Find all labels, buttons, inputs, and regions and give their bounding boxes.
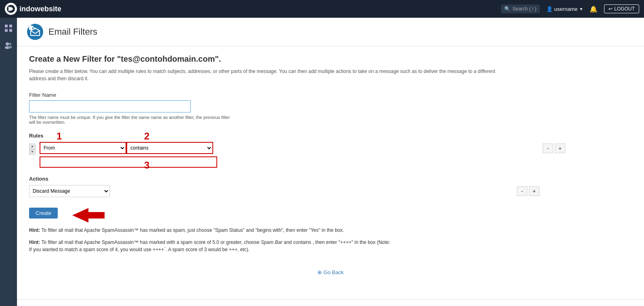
- svg-marker-15: [72, 208, 105, 223]
- go-back-link[interactable]: ⊕ Go Back: [317, 269, 344, 275]
- svg-rect-3: [5, 25, 8, 27]
- sidebar-users-icon[interactable]: [2, 39, 15, 52]
- footer: cPanel 92.0.7 Home Trademarks Privacy Po…: [17, 300, 644, 306]
- go-back-container: ⊕ Go Back: [29, 261, 632, 283]
- actions-add-remove: - +: [517, 186, 539, 196]
- logout-button[interactable]: ↩ LOGOUT: [604, 4, 639, 13]
- content-area: Create a New Filter for "tes@contohdomai…: [17, 46, 644, 291]
- hint1-prefix: Hint:: [29, 227, 40, 233]
- main-content: Email Filters Create a New Filter for "t…: [17, 18, 644, 306]
- actions-label: Actions: [29, 176, 632, 182]
- hint2: Hint: To filter all mail that Apache Spa…: [29, 239, 392, 253]
- navbar: indowebsite 🔍 Search ( / ) 👤 username ▼ …: [0, 0, 644, 18]
- username-label: username: [554, 6, 578, 12]
- rules-add-remove: - +: [543, 142, 565, 153]
- svg-point-8: [9, 43, 11, 45]
- svg-rect-5: [5, 29, 8, 32]
- rule-from-select[interactable]: From Subject To Reply Address Body Any H…: [40, 142, 126, 154]
- create-row: Create: [29, 204, 632, 227]
- filter-name-label: Filter Name: [29, 92, 632, 98]
- svg-rect-6: [9, 29, 12, 32]
- rules-fields: From Subject To Reply Address Body Any H…: [40, 142, 217, 168]
- action-remove-btn[interactable]: -: [517, 186, 527, 196]
- hint2-and: and: [284, 239, 293, 245]
- search-label: Search ( / ): [512, 6, 536, 12]
- actions-row: Discard Message Deliver to Folder Redire…: [29, 185, 632, 197]
- sidebar: [0, 18, 17, 306]
- rule-remove-btn[interactable]: -: [543, 144, 553, 153]
- rules-label: Rules: [29, 133, 632, 139]
- rules-row1: From Subject To Reply Address Body Any H…: [40, 142, 217, 154]
- hint2-text: To filter all mail that Apache SpamAssas…: [41, 239, 261, 245]
- search-bar[interactable]: 🔍 Search ( / ): [501, 4, 539, 13]
- rule-add-btn[interactable]: +: [555, 144, 565, 153]
- filter-name-section: Filter Name The filter name must be uniq…: [29, 92, 632, 125]
- search-icon: 🔍: [504, 6, 510, 12]
- chevron-down-icon: ▼: [579, 7, 583, 11]
- brand-logo: indowebsite: [5, 3, 61, 15]
- go-back-circle-icon: ⊕: [317, 269, 322, 275]
- logout-icon: ↩: [608, 6, 613, 12]
- red-arrow-annotation: [64, 206, 105, 224]
- svg-point-7: [6, 42, 9, 46]
- spinner-down[interactable]: ▼: [29, 149, 36, 155]
- spinner-up[interactable]: ▲: [29, 144, 36, 149]
- sidebar-grid-icon[interactable]: [2, 22, 15, 35]
- filter-name-input[interactable]: [29, 100, 191, 112]
- filter-name-hint: The filter name must be unique. If you g…: [29, 115, 231, 125]
- user-menu[interactable]: 👤 username ▼: [546, 6, 583, 12]
- svg-point-10: [8, 46, 12, 48]
- hint2-spambar: Spam Bar: [261, 239, 282, 245]
- brand-text: indowebsite: [19, 5, 61, 13]
- actions-select[interactable]: Discard Message Deliver to Folder Redire…: [29, 185, 110, 197]
- page-header: Email Filters: [17, 18, 644, 46]
- hint2-contains: contains: [293, 239, 311, 245]
- email-filters-icon: [27, 23, 44, 40]
- hint1: Hint: To filter all mail that Apache Spa…: [29, 227, 392, 234]
- svg-rect-4: [9, 25, 12, 27]
- rules-row: ▲ ▼ From Subject To Reply Address Body: [29, 142, 632, 168]
- logo-icon: [5, 3, 17, 15]
- create-button[interactable]: Create: [29, 208, 58, 219]
- create-filter-desc: Please create a filter below. You can ad…: [29, 68, 514, 82]
- user-icon: 👤: [546, 6, 553, 12]
- page-title: Email Filters: [48, 27, 97, 37]
- hint2-prefix: Hint:: [29, 239, 40, 245]
- rules-spinners: ▲ ▼: [29, 144, 36, 155]
- create-filter-title: Create a New Filter for "tes@contohdomai…: [29, 54, 632, 64]
- go-back-label: Go Back: [323, 269, 344, 275]
- rule-value-input[interactable]: [40, 156, 217, 168]
- hint1-text: To filter all mail that Apache SpamAssas…: [41, 227, 344, 233]
- action-add-btn[interactable]: +: [529, 186, 539, 196]
- rules-wrapper: 1 2 3 ▲ ▼ From Subject: [29, 142, 632, 168]
- notifications-bell[interactable]: 🔔: [589, 5, 598, 13]
- actions-section: Actions Discard Message Deliver to Folde…: [29, 176, 632, 197]
- rule-condition-select[interactable]: contains does not contain matches regex …: [126, 142, 213, 154]
